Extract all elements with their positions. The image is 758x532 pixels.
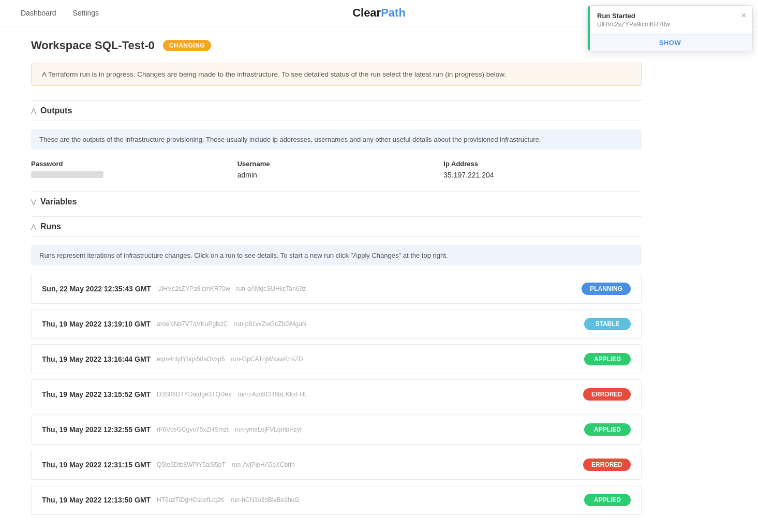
- run-status-badge: APPLIED: [584, 423, 631, 436]
- runs-section-title: Runs: [40, 222, 61, 231]
- toast-accent-bar: [588, 6, 590, 51]
- output-ip-address: Ip Address 35.197.221.204: [443, 160, 642, 179]
- navbar-logo: ClearPath: [352, 6, 406, 20]
- run-timestamp: Thu, 19 May 2022 12:32:55 GMT: [42, 425, 151, 434]
- runs-info-text: Runs represent iterations of infrastruct…: [31, 245, 642, 265]
- run-name: run-p81vxZwGcZbGMgaN: [234, 320, 307, 328]
- page-header: Workspace SQL-Test-0 CHANGING: [31, 39, 642, 52]
- variables-section-title: Variables: [40, 197, 77, 206]
- toast-show-button[interactable]: SHOW: [588, 34, 752, 51]
- runs-section: ⋀ Runs Runs represent iterations of infr…: [31, 216, 642, 515]
- run-status-badge: PLANNING: [582, 283, 631, 295]
- variables-chevron-icon: ⋁: [31, 198, 36, 205]
- outputs-chevron-icon: ⋀: [31, 107, 36, 114]
- variables-section: ⋁ Variables: [31, 191, 642, 212]
- run-info: Thu, 19 May 2022 13:15:52 GMT D3S06DTYDa…: [42, 390, 308, 398]
- run-id: HT6uzTlDgHCscefLiq2K: [157, 496, 225, 504]
- run-status-badge: APPLIED: [584, 494, 631, 506]
- toast-notification: Run Started UlHVc2sZYPa9icmKR70w × SHOW: [587, 5, 753, 51]
- outputs-section-header[interactable]: ⋀ Outputs: [31, 100, 642, 121]
- run-info: Sun, 22 May 2022 12:35:43 GMT UlHVc2sZYP…: [42, 285, 306, 293]
- run-row[interactable]: Thu, 19 May 2022 13:15:52 GMT D3S06DTYDa…: [31, 379, 642, 409]
- output-ip-label: Ip Address: [443, 160, 642, 168]
- run-timestamp: Thu, 19 May 2022 12:13:50 GMT: [42, 496, 151, 504]
- run-name: run-AvjPjeHA5pXCbtfn: [232, 461, 295, 468]
- runs-chevron-icon: ⋀: [31, 223, 36, 230]
- run-timestamp: Thu, 19 May 2022 13:19:10 GMT: [42, 320, 151, 328]
- run-id: D3S06DTYDatdge3TQDex: [157, 391, 231, 398]
- run-name: run-qAMqcSUHkcTan69z: [236, 285, 306, 292]
- logo-clear: Clear: [352, 6, 381, 19]
- toast-content: Run Started UlHVc2sZYPa9icmKR70w: [588, 6, 752, 34]
- status-badge: CHANGING: [163, 40, 211, 51]
- outputs-section-title: Outputs: [40, 106, 72, 115]
- variables-section-header[interactable]: ⋁ Variables: [31, 191, 642, 212]
- output-password-value: [31, 171, 103, 178]
- toast-close-button[interactable]: ×: [741, 11, 746, 20]
- page-title: Workspace SQL-Test-0: [31, 39, 155, 52]
- run-row[interactable]: Thu, 19 May 2022 13:19:10 GMT aroeNNp7VT…: [31, 309, 642, 339]
- toast-subtitle: UlHVc2sZYPa9icmKR70w: [597, 21, 734, 28]
- run-name: run-hCN3o3oBivBe9huG: [231, 496, 300, 504]
- nav-link-dashboard[interactable]: Dashboard: [21, 9, 56, 17]
- run-name: run-zAzc8CR6bEKkxFHL: [237, 391, 307, 398]
- run-id: aroeNNp7VTqVKuPglkzC: [157, 320, 228, 328]
- run-status-badge: ERRORED: [583, 459, 631, 471]
- outputs-grid: Password Username admin Ip Address 35.19…: [31, 160, 642, 179]
- run-status-badge: STABLE: [584, 318, 631, 330]
- navbar-links: Dashboard Settings: [21, 9, 99, 17]
- info-banner: A Terraform run is in progress. Changes …: [31, 63, 642, 86]
- run-info: Thu, 19 May 2022 13:16:44 GMT eqm4ntyfYb…: [42, 355, 303, 363]
- output-ip-value: 35.197.221.204: [443, 171, 642, 179]
- run-timestamp: Thu, 19 May 2022 12:31:15 GMT: [42, 461, 151, 469]
- run-row[interactable]: Sun, 22 May 2022 12:35:43 GMT UlHVc2sZYP…: [31, 274, 642, 304]
- run-row[interactable]: Thu, 19 May 2022 12:32:55 GMT rF6VceGCgv…: [31, 415, 642, 445]
- run-row[interactable]: Thu, 19 May 2022 12:13:50 GMT HT6uzTlDgH…: [31, 485, 642, 515]
- output-password-label: Password: [31, 160, 229, 168]
- run-timestamp: Sun, 22 May 2022 12:35:43 GMT: [42, 285, 151, 293]
- runs-list: Sun, 22 May 2022 12:35:43 GMT UlHVc2sZYP…: [31, 274, 642, 515]
- run-id: UlHVc2sZYPa9icmKR70w: [157, 285, 230, 292]
- run-row[interactable]: Thu, 19 May 2022 12:31:15 GMT Q5te5Dtb8W…: [31, 450, 642, 480]
- run-timestamp: Thu, 19 May 2022 13:16:44 GMT: [42, 355, 151, 363]
- run-id: eqm4ntyfYbqs58aOvxp5: [157, 356, 225, 363]
- toast-title: Run Started: [597, 12, 734, 20]
- run-name: run-GpCATnjWxawKhsZD: [231, 356, 303, 363]
- outputs-content: These are the outputs of the infrastruct…: [31, 121, 642, 187]
- run-name: run-ymeLojFVLqmbHzyr: [235, 426, 302, 433]
- nav-link-settings[interactable]: Settings: [73, 9, 99, 17]
- run-info: Thu, 19 May 2022 12:13:50 GMT HT6uzTlDgH…: [42, 496, 300, 504]
- run-info: Thu, 19 May 2022 12:31:15 GMT Q5te5Dtb8W…: [42, 461, 295, 469]
- run-timestamp: Thu, 19 May 2022 13:15:52 GMT: [42, 390, 151, 398]
- run-id: Q5te5Dtb8WPlY5aiS5pT: [157, 461, 226, 468]
- run-row[interactable]: Thu, 19 May 2022 13:16:44 GMT eqm4ntyfYb…: [31, 344, 642, 374]
- output-username-label: Username: [237, 160, 436, 168]
- runs-section-header[interactable]: ⋀ Runs: [31, 216, 642, 237]
- outputs-section: ⋀ Outputs These are the outputs of the i…: [31, 100, 642, 187]
- output-username: Username admin: [237, 160, 436, 179]
- outputs-info-text: These are the outputs of the infrastruct…: [31, 129, 642, 150]
- output-password: Password: [31, 160, 229, 179]
- output-username-value: admin: [237, 171, 436, 179]
- run-info: Thu, 19 May 2022 13:19:10 GMT aroeNNp7VT…: [42, 320, 307, 328]
- run-id: rF6VceGCgvo75xZHSmzt: [157, 426, 229, 433]
- main-content: Workspace SQL-Test-0 CHANGING A Terrafor…: [0, 26, 673, 532]
- run-status-badge: APPLIED: [584, 353, 631, 365]
- logo-path: Path: [381, 6, 406, 19]
- run-info: Thu, 19 May 2022 12:32:55 GMT rF6VceGCgv…: [42, 425, 302, 434]
- run-status-badge: ERRORED: [583, 388, 631, 401]
